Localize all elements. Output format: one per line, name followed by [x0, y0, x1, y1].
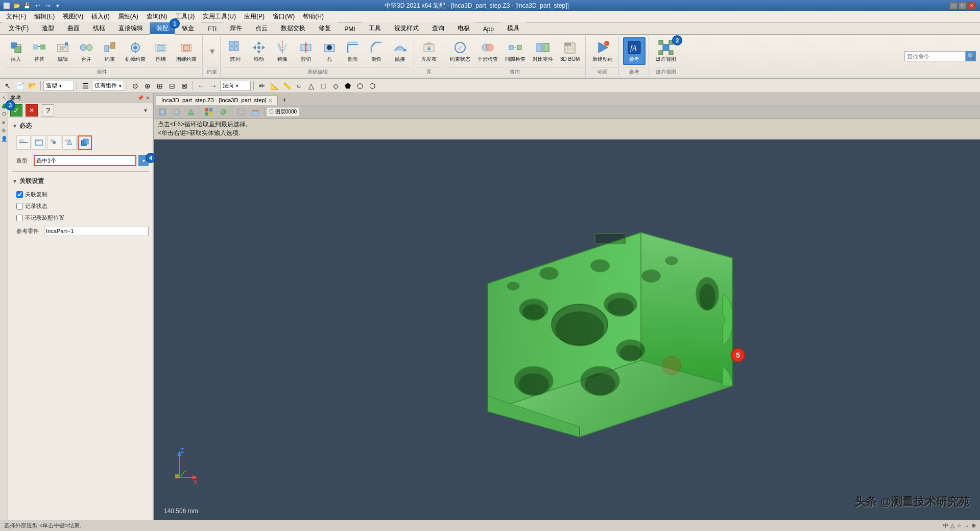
tb-dir2[interactable]: → [208, 80, 219, 91]
cb-record-state[interactable] [16, 203, 23, 210]
tab-dataexchange[interactable]: 数据交换 [274, 22, 312, 34]
minimize-btn[interactable]: − [949, 2, 958, 9]
vp-tab-main[interactable]: Inca3D_part_step.Z3 - [Inca3D_part_step]… [156, 95, 278, 105]
btn-array[interactable]: 阵列 [225, 38, 246, 64]
tab-direct-edit[interactable]: 直接编辑 [112, 22, 150, 34]
btn-3dbom[interactable]: BOM 3D BOM [558, 38, 582, 63]
btn-new-animation[interactable]: + 新建动画 [590, 38, 615, 64]
tb-extra3[interactable]: 📏 [281, 80, 292, 91]
status-icon1[interactable]: 中 [943, 522, 948, 529]
vp-tab-add[interactable]: + [278, 95, 290, 105]
tb-snap4[interactable]: ⊟ [166, 80, 178, 91]
menu-edit[interactable]: 编辑(E) [30, 11, 59, 22]
tb-extra10[interactable]: ⬡ [367, 80, 378, 91]
tab-wireframe[interactable]: 线框 [86, 22, 112, 34]
tb-snap5[interactable]: ⊠ [179, 80, 190, 91]
icon-solid-ref[interactable]: REF [62, 135, 77, 150]
btn-mech-constraint[interactable]: 机械约束 [123, 38, 148, 64]
window-controls[interactable]: − □ ✕ [949, 2, 976, 9]
vp-tb-shade[interactable] [184, 106, 198, 118]
status-icon5[interactable]: ⊕ [971, 522, 976, 529]
tab-pointcloud[interactable]: 点云 [249, 22, 274, 34]
btn-fillet[interactable]: 圆角 [342, 38, 364, 64]
shape-type-dropdown[interactable]: 造型 ▾ [43, 81, 74, 91]
tb-extra4[interactable]: ○ [293, 80, 304, 91]
vp-tab-close[interactable]: ✕ [268, 98, 272, 103]
icon-box-ref[interactable] [78, 135, 92, 150]
status-icon3[interactable]: ☆ [957, 522, 962, 529]
qa-new[interactable]: ⬜ [2, 1, 11, 10]
btn-mirror[interactable]: 镜像 [272, 38, 293, 64]
tab-pmi[interactable]: PMI [338, 24, 362, 34]
btn-constraint-status[interactable]: ✓ 约束状态 [447, 38, 473, 64]
tab-electrode[interactable]: 电极 [451, 22, 476, 34]
tb-extra5[interactable]: △ [305, 80, 317, 91]
tb-snap3[interactable]: ⊞ [154, 80, 165, 91]
btn-interference[interactable]: 干涉检查 [475, 38, 500, 64]
qa-redo[interactable]: ↪ [43, 1, 52, 10]
tb-cursor[interactable]: ↖ [2, 80, 13, 91]
search-btn[interactable]: 🔍 [966, 51, 976, 61]
tab-weld[interactable]: 焊件 [223, 22, 249, 34]
menu-file[interactable]: 文件(F) [2, 11, 30, 22]
tab-query[interactable]: 查询 [425, 22, 451, 34]
tab-app[interactable]: App [476, 24, 500, 34]
type-value-input[interactable] [34, 155, 136, 166]
tb-extra2[interactable]: 📐 [269, 80, 280, 91]
side-cursor[interactable]: ↖ [1, 94, 8, 101]
tb-extra1[interactable]: ✏ [256, 80, 268, 91]
menu-insert[interactable]: 插入(I) [87, 11, 113, 22]
tb-snap1[interactable]: ⊙ [130, 80, 141, 91]
vp-tb-render[interactable] [217, 106, 230, 118]
qa-save[interactable]: 💾 [22, 1, 32, 10]
icon-point-ref[interactable]: REF [47, 135, 61, 150]
btn-explode[interactable]: 爆炸视图 2 [653, 38, 679, 64]
btn-clearance[interactable]: 间隙检查 [503, 38, 528, 64]
tab-mold[interactable]: 模具 [500, 22, 526, 34]
btn-replace[interactable]: 替替 [29, 38, 50, 64]
side-history[interactable]: ⏱ [1, 110, 8, 118]
panel-expand-btn[interactable]: ▾ [140, 105, 151, 116]
btn-move[interactable]: 移动 [248, 38, 270, 64]
tb-filter[interactable]: ☰ [80, 80, 91, 91]
btn-constraint[interactable]: 约束 [99, 38, 121, 64]
tb-open[interactable]: 📂 [27, 80, 38, 91]
tab-visual[interactable]: 视觉样式 [388, 22, 425, 34]
btn-reference[interactable]: fA 参考 [623, 37, 646, 65]
menu-properties[interactable]: 属性(A) [114, 11, 142, 22]
btn-insert[interactable]: 插入 [5, 38, 27, 64]
vp-tb-view2[interactable] [170, 106, 183, 118]
tab-assembly[interactable]: 装配 1 [150, 22, 175, 35]
btn-compare[interactable]: 对比零件 [530, 38, 556, 64]
tab-tools[interactable]: 工具 [362, 22, 388, 34]
cb-assoc-copy[interactable] [16, 191, 23, 198]
panel-pin[interactable]: 📌 [137, 95, 144, 101]
btn-merge[interactable]: 合并 [76, 38, 97, 64]
btn-hole[interactable]: 孔 [319, 38, 340, 64]
menu-app[interactable]: 应用(P) [240, 11, 269, 22]
close-btn[interactable]: ✕ [968, 2, 976, 9]
icon-line-ref[interactable]: REF [16, 135, 31, 150]
tb-new[interactable]: 📄 [14, 80, 26, 91]
restore-btn[interactable]: □ [959, 2, 967, 9]
tb-extra8[interactable]: ⬟ [342, 80, 353, 91]
qa-arrow[interactable]: ▾ [53, 1, 62, 10]
qa-open[interactable]: 📂 [12, 1, 21, 10]
vp-tb-view1[interactable] [156, 106, 169, 118]
menu-view[interactable]: 视图(V) [59, 11, 87, 22]
side-user[interactable]: 👤 [1, 135, 8, 142]
tb-extra9[interactable]: ⬠ [354, 80, 366, 91]
btn-edit[interactable]: 编辑 [52, 38, 74, 64]
tab-file[interactable]: 文件(F) [2, 22, 35, 34]
constraint2-expand[interactable]: ▾ [210, 45, 214, 57]
tb-snap2[interactable]: ⊕ [142, 80, 153, 91]
panel-help-btn[interactable]: ? [42, 104, 54, 117]
menu-help[interactable]: 帮助(H) [299, 11, 328, 22]
filter-dropdown[interactable]: 仅有组件 ▾ [92, 81, 124, 91]
ref-part-input[interactable] [44, 226, 149, 236]
tab-modeling[interactable]: 造型 [35, 22, 61, 34]
panel-close[interactable]: ✕ [145, 95, 151, 101]
btn-lib-publish[interactable]: 库发布 [418, 38, 440, 64]
menu-window[interactable]: 窗口(W) [269, 11, 299, 22]
vp-tb-section[interactable] [249, 106, 262, 118]
